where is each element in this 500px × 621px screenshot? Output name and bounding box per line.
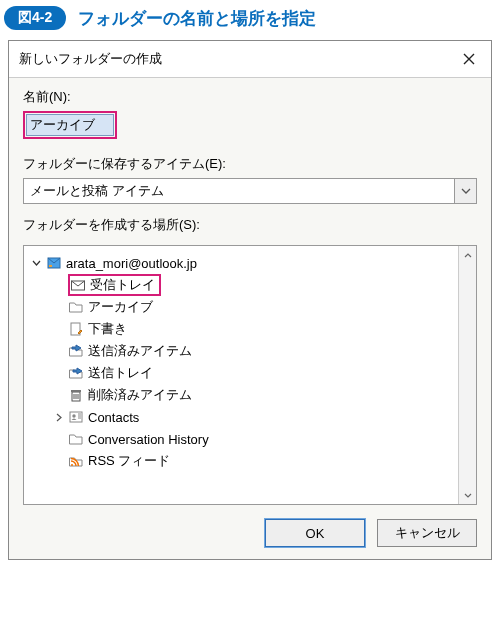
tree-item[interactable]: Contacts [28, 406, 454, 428]
figure-caption: フォルダーの名前と場所を指定 [78, 7, 316, 30]
scroll-up-icon[interactable] [461, 248, 475, 262]
chevron-right-icon[interactable] [52, 413, 64, 422]
tree-item[interactable]: Conversation History [28, 428, 454, 450]
sent-icon [68, 343, 84, 359]
name-input-highlight [23, 111, 117, 139]
figure-header: 図4-2 フォルダーの名前と場所を指定 [0, 0, 500, 40]
tree-item[interactable]: 送信済みアイテム [28, 340, 454, 362]
mailbox-icon [46, 255, 62, 271]
folder-tree-body[interactable]: arata_mori@outlook.jp 受信トレイアーカイブ下書き送信済みア… [24, 246, 458, 504]
dialog-title: 新しいフォルダーの作成 [19, 50, 162, 68]
tree-root-label: arata_mori@outlook.jp [66, 256, 197, 271]
ok-button-label: OK [306, 526, 325, 541]
svg-point-8 [71, 464, 73, 466]
chevron-down-icon[interactable] [30, 259, 42, 268]
scroll-down-icon[interactable] [461, 488, 475, 502]
name-input[interactable] [26, 114, 114, 136]
tree-item-label: 送信済みアイテム [88, 342, 192, 360]
scrollbar[interactable] [458, 246, 476, 504]
tree-item[interactable]: 下書き [28, 318, 454, 340]
tree-item[interactable]: アーカイブ [28, 296, 454, 318]
contains-section: フォルダーに保存するアイテム(E): メールと投稿 アイテム [9, 145, 491, 206]
tree-item[interactable]: 送信トレイ [28, 362, 454, 384]
tree-item-label: RSS フィード [88, 452, 170, 470]
tree-item[interactable]: 削除済みアイテム [28, 384, 454, 406]
svg-rect-5 [71, 390, 81, 392]
ok-button[interactable]: OK [265, 519, 365, 547]
chevron-down-icon [461, 188, 471, 194]
folder-tree: arata_mori@outlook.jp 受信トレイアーカイブ下書き送信済みア… [23, 245, 477, 505]
folder-icon [68, 431, 84, 447]
location-label: フォルダーを作成する場所(S): [23, 216, 477, 234]
contains-select[interactable]: メールと投稿 アイテム [23, 178, 455, 204]
envelope-icon [70, 277, 86, 293]
create-folder-dialog: 新しいフォルダーの作成 名前(N): フォルダーに保存するアイテム(E): メー… [8, 40, 492, 560]
contacts-icon [68, 409, 84, 425]
draft-icon [68, 321, 84, 337]
tree-item-label: Contacts [88, 410, 139, 425]
tree-root-row[interactable]: arata_mori@outlook.jp [28, 252, 454, 274]
trash-icon [68, 387, 84, 403]
location-section: フォルダーを作成する場所(S): [9, 206, 491, 241]
name-section: 名前(N): [9, 78, 491, 145]
folder-icon [68, 299, 84, 315]
outbox-icon [68, 365, 84, 381]
svg-point-7 [72, 414, 75, 417]
tree-item-highlight: 受信トレイ [68, 274, 161, 296]
dialog-buttons: OK キャンセル [9, 505, 491, 559]
contains-label: フォルダーに保存するアイテム(E): [23, 155, 477, 173]
tree-item[interactable]: 受信トレイ [28, 274, 454, 296]
close-icon[interactable] [457, 49, 481, 69]
tree-item-label: 下書き [88, 320, 127, 338]
cancel-button[interactable]: キャンセル [377, 519, 477, 547]
tree-item-label: アーカイブ [88, 298, 153, 316]
figure-badge: 図4-2 [4, 6, 66, 30]
tree-item-label: 削除済みアイテム [88, 386, 192, 404]
contains-dropdown-button[interactable] [455, 178, 477, 204]
cancel-button-label: キャンセル [395, 524, 460, 542]
tree-item[interactable]: RSS フィード [28, 450, 454, 472]
name-label: 名前(N): [23, 88, 477, 106]
svg-rect-1 [49, 265, 52, 267]
contains-value: メールと投稿 アイテム [30, 182, 164, 200]
dialog-titlebar: 新しいフォルダーの作成 [9, 41, 491, 78]
tree-item-label: Conversation History [88, 432, 209, 447]
tree-item-label: 受信トレイ [90, 276, 155, 294]
tree-item-label: 送信トレイ [88, 364, 153, 382]
rss-icon [68, 453, 84, 469]
